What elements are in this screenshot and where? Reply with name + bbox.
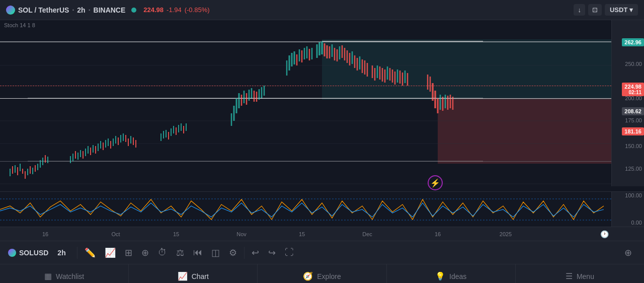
settings-button[interactable]: ⚙	[225, 244, 241, 261]
explore-label: Explore	[317, 272, 341, 280]
indicators-button[interactable]: ⊞	[121, 244, 136, 261]
symbol-text[interactable]: SOL / TetherUS	[18, 6, 69, 14]
time-axis: 16 Oct 15 Nov 15 Dec 16 2025 🕐	[0, 227, 644, 241]
currency-button[interactable]: USDT ▾	[605, 4, 638, 16]
stoch-panel	[0, 191, 611, 227]
download-button[interactable]: ↓	[574, 4, 585, 16]
toolbar-interval[interactable]: 2h	[53, 247, 69, 259]
price-change-pct: (-0.85%)	[185, 6, 210, 14]
chart-area[interactable]: 262.96 224.98 02:11 208.62 181.16 250.00…	[0, 20, 644, 227]
ideas-icon: 💡	[435, 271, 445, 281]
explore-icon: 🧭	[303, 271, 313, 281]
nav-menu[interactable]: ☰ Menu	[516, 264, 644, 283]
time-nov: Nov	[236, 231, 247, 237]
more-button[interactable]: ⊕	[620, 244, 636, 261]
chart-label: Chart	[192, 272, 209, 280]
watchlist-label: Watchlist	[56, 272, 84, 280]
price-badge-mid: 208.62	[622, 107, 644, 115]
time-16-dec: 16	[435, 231, 441, 237]
lightning-button[interactable]: ⚡	[428, 175, 443, 190]
live-dot	[131, 8, 136, 13]
price-200: 200.00	[625, 96, 642, 101]
separator2: ·	[89, 6, 91, 14]
time-15-nov: 15	[299, 231, 305, 237]
nav-chart[interactable]: 📈 Chart	[129, 264, 258, 283]
toolbar-sep-1	[77, 247, 77, 259]
price-125: 125.00	[625, 166, 642, 172]
exchange-text: BINANCE	[94, 6, 126, 14]
nav-explore[interactable]: 🧭 Explore	[258, 264, 386, 283]
toolbar: SOLUSD 2h ✏️ 📈 ⊞ ⊕ ⏱ ⚖ ⏮ ◫ ⚙ ↩ ↪ ⛶ ⊕	[0, 241, 644, 264]
time-oct: Oct	[111, 231, 120, 237]
interval-text[interactable]: 2h	[77, 6, 85, 14]
price-badge-top: 262.96	[622, 38, 644, 46]
toolbar-symbol[interactable]: SOLUSD	[8, 249, 48, 257]
price-250: 250.00	[625, 61, 642, 67]
replay-button[interactable]: ⏱	[154, 244, 171, 261]
header-controls: ↓ ⊡ USDT ▾	[574, 4, 638, 16]
time-15-oct: 15	[173, 231, 179, 237]
layers-button[interactable]: ◫	[207, 244, 224, 261]
chart-icon: 📈	[178, 271, 188, 281]
toolbar-sep-2	[244, 247, 245, 259]
ideas-label: Ideas	[449, 272, 466, 280]
toolbar-sol-icon	[8, 249, 16, 257]
price-150: 150.00	[625, 144, 642, 149]
rewind-button[interactable]: ⏮	[189, 244, 206, 261]
price-badge-current: 224.98 02:11	[622, 83, 644, 96]
price-change: -1.94	[167, 6, 182, 14]
stoch-scale: 100.00 0.00	[611, 191, 644, 227]
bottom-nav: ▦ Watchlist 📈 Chart 🧭 Explore 💡 Ideas ☰ …	[0, 264, 644, 283]
pencil-button[interactable]: ✏️	[80, 244, 100, 261]
stoch-0: 0.00	[631, 220, 642, 226]
toolbar-symbol-text[interactable]: SOLUSD	[19, 249, 48, 257]
redo-button[interactable]: ↪	[264, 244, 280, 261]
fullscreen-button[interactable]: ⛶	[281, 244, 298, 261]
calendar-icon[interactable]: 🕐	[600, 230, 609, 238]
header-bar: SOL / TetherUS · 2h · BINANCE 224.98 -1.…	[0, 0, 644, 20]
stoch-svg	[0, 192, 611, 227]
nav-ideas[interactable]: 💡 Ideas	[387, 264, 516, 283]
menu-icon: ☰	[566, 271, 573, 281]
undo-button[interactable]: ↩	[248, 244, 263, 261]
chart-type-button[interactable]: 📈	[101, 244, 120, 261]
price-175: 175.00	[625, 118, 642, 123]
time-2025: 2025	[500, 231, 512, 237]
stoch-100: 100.00	[625, 193, 642, 198]
watchlist-icon: ▦	[44, 271, 52, 281]
lightning-icon: ⚡	[430, 178, 440, 188]
nav-watchlist[interactable]: ▦ Watchlist	[0, 264, 129, 283]
time-16: 16	[42, 231, 48, 237]
expand-button[interactable]: ⊡	[588, 4, 602, 16]
stoch-label: Stoch 14 1 8	[4, 22, 35, 190]
time-dec: Dec	[362, 231, 372, 237]
symbol-info: SOL / TetherUS · 2h · BINANCE	[6, 6, 136, 15]
menu-label: Menu	[577, 272, 594, 280]
bars-button[interactable]: ⚖	[172, 244, 188, 261]
separator: ·	[72, 6, 74, 14]
sol-icon	[6, 6, 15, 15]
current-price: 224.98	[143, 6, 164, 14]
add-indicator-button[interactable]: ⊕	[137, 244, 153, 261]
price-info: 224.98 -1.94 (-0.85%)	[143, 6, 209, 14]
price-badge-bottom: 181.16	[622, 127, 644, 135]
